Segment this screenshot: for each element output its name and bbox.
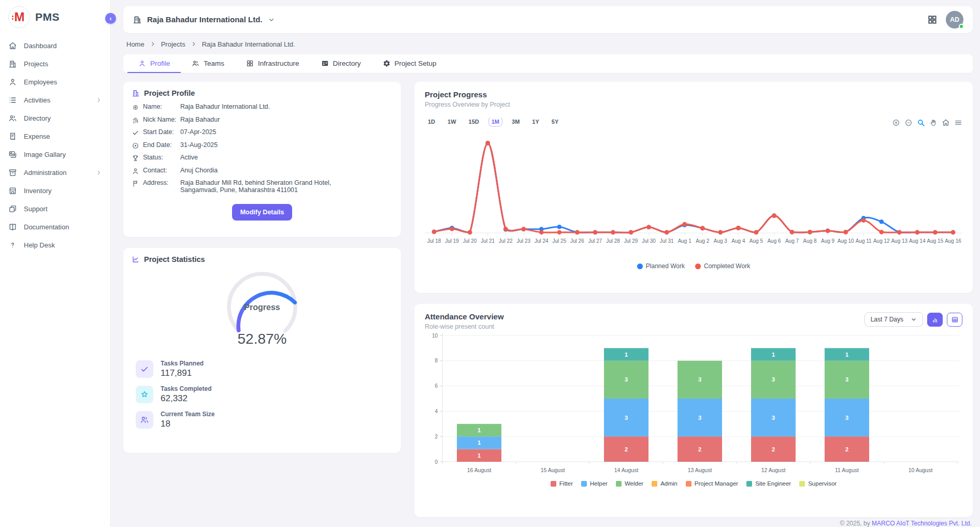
tab-teams[interactable]: Teams bbox=[181, 54, 235, 73]
person-icon bbox=[138, 60, 146, 67]
sidebar-item-directory[interactable]: Directory bbox=[0, 110, 110, 127]
legend-supervisor[interactable]: Supervisor bbox=[799, 480, 837, 487]
legend-helper[interactable]: Helper bbox=[581, 480, 608, 487]
chevron-down-icon bbox=[911, 316, 917, 323]
tab-directory[interactable]: Directory bbox=[310, 54, 372, 73]
flag-icon bbox=[132, 180, 139, 187]
profile-field-value: Raja Bahadur bbox=[180, 116, 220, 124]
stat-row-tasks-planned: Tasks Planned117,891 bbox=[136, 360, 401, 378]
circledot-icon bbox=[132, 142, 139, 150]
menu-icon[interactable] bbox=[954, 119, 962, 127]
svg-text:1: 1 bbox=[478, 427, 481, 433]
svg-text:12 August: 12 August bbox=[761, 467, 786, 473]
tab-label: Directory bbox=[333, 60, 361, 67]
svg-text:Aug 4: Aug 4 bbox=[731, 238, 745, 244]
svg-text:Aug 6: Aug 6 bbox=[767, 238, 781, 244]
chevron-right-icon bbox=[95, 97, 102, 104]
sidebar-item-label: Activities bbox=[24, 96, 50, 104]
legend-admin[interactable]: Admin bbox=[652, 480, 678, 487]
tab-infrastructure[interactable]: Infrastructure bbox=[235, 54, 310, 73]
svg-text:1: 1 bbox=[478, 452, 481, 459]
profile-field-label: Name: bbox=[143, 104, 180, 111]
check-icon bbox=[140, 364, 149, 374]
zoom-in-icon[interactable] bbox=[892, 119, 900, 127]
range-1d-button[interactable]: 1D bbox=[425, 116, 438, 127]
sidebar-item-employees[interactable]: Employees bbox=[0, 74, 110, 91]
sidebar-item-support[interactable]: Support bbox=[0, 200, 110, 217]
range-1w-button[interactable]: 1W bbox=[444, 116, 459, 127]
profile-field-label: Start Date: bbox=[143, 129, 180, 137]
progress-chart-subtitle: Progress Overview by Project bbox=[425, 101, 962, 108]
svg-text:Aug 16: Aug 16 bbox=[945, 238, 961, 244]
footer-company-link[interactable]: MARCO AIoT Technologies Pvt. Ltd. bbox=[872, 520, 972, 527]
company-selector[interactable]: Raja Bahadur International Ltd. bbox=[133, 15, 275, 24]
sidebar-collapse-button[interactable]: ‹ bbox=[105, 13, 116, 24]
tab-label: Profile bbox=[150, 60, 170, 67]
svg-text:Jul 31: Jul 31 bbox=[660, 238, 674, 244]
reset-home-icon[interactable] bbox=[942, 119, 950, 127]
sidebar-item-documentation[interactable]: Documentation bbox=[0, 218, 110, 236]
svg-text:3: 3 bbox=[698, 376, 701, 383]
range-5y-button[interactable]: 5Y bbox=[549, 116, 561, 127]
bar-chart-icon bbox=[931, 316, 939, 324]
profile-card-icon bbox=[132, 89, 140, 97]
svg-text:Aug 11: Aug 11 bbox=[856, 238, 872, 244]
zoom-out-icon[interactable] bbox=[904, 119, 913, 127]
project-profile-card: Project Profile Name:Raja Bahadur Intern… bbox=[123, 82, 401, 237]
trophy-icon bbox=[132, 154, 139, 162]
svg-text:Jul 26: Jul 26 bbox=[570, 238, 584, 244]
sidebar-item-label: Help Desk bbox=[24, 241, 55, 249]
svg-text:Aug 8: Aug 8 bbox=[803, 238, 817, 244]
legend-planned-work[interactable]: Planned Work bbox=[637, 262, 685, 270]
sidebar-item-image-gallary[interactable]: Image Gallary bbox=[0, 146, 110, 163]
svg-text:Aug 7: Aug 7 bbox=[785, 238, 799, 244]
legend-completed-work[interactable]: Completed Work bbox=[695, 262, 750, 270]
svg-text:1: 1 bbox=[478, 440, 481, 446]
table-view-button[interactable] bbox=[947, 313, 962, 327]
time-range-buttons: 1D1W15D1M3M1Y5Y bbox=[425, 116, 561, 127]
breadcrumb-item[interactable]: Home bbox=[126, 40, 145, 48]
sidebar-item-label: Directory bbox=[24, 114, 51, 122]
range-1m-button[interactable]: 1M bbox=[488, 116, 502, 127]
sidebar-item-expense[interactable]: Expense bbox=[0, 128, 110, 145]
tab-project-setup[interactable]: Project Setup bbox=[372, 54, 448, 73]
sidebar-item-activities[interactable]: Activities bbox=[0, 92, 110, 109]
list-icon bbox=[8, 96, 17, 105]
legend-project-manager[interactable]: Project Manager bbox=[686, 480, 738, 487]
sidebar-item-projects[interactable]: Projects bbox=[0, 55, 110, 72]
range-3m-button[interactable]: 3M bbox=[509, 116, 523, 127]
svg-text:Jul 28: Jul 28 bbox=[606, 238, 620, 244]
logo[interactable]: M PMS bbox=[0, 0, 110, 36]
sidebar-item-label: Administration bbox=[24, 169, 66, 177]
svg-text:2: 2 bbox=[435, 434, 438, 440]
sidebar-item-dashboard[interactable]: Dashboard bbox=[0, 37, 110, 54]
selection-zoom-icon[interactable] bbox=[917, 119, 925, 127]
svg-text:Aug 9: Aug 9 bbox=[821, 238, 835, 244]
apps-grid-icon[interactable] bbox=[927, 14, 938, 25]
sidebar-item-label: Support bbox=[24, 205, 48, 213]
date-filter-select[interactable]: Last 7 Days bbox=[864, 312, 923, 327]
progress-chart-legend: Planned WorkCompleted Work bbox=[425, 262, 962, 270]
avatar-initials: AD bbox=[950, 16, 959, 23]
tab-profile[interactable]: Profile bbox=[127, 54, 181, 73]
svg-text:3: 3 bbox=[625, 415, 628, 421]
svg-text:6: 6 bbox=[435, 383, 438, 389]
svg-text:Jul 19: Jul 19 bbox=[445, 238, 459, 244]
sidebar-item-help-desk[interactable]: Help Desk bbox=[0, 237, 110, 254]
pan-icon[interactable] bbox=[929, 119, 938, 127]
sidebar-item-administration[interactable]: Administration bbox=[0, 164, 110, 181]
legend-fitter[interactable]: Fitter bbox=[551, 480, 573, 487]
chart-view-button[interactable] bbox=[927, 313, 943, 327]
sidebar-item-inventory[interactable]: Inventory bbox=[0, 182, 110, 199]
legend-welder[interactable]: Welder bbox=[616, 480, 643, 487]
svg-text:2: 2 bbox=[625, 446, 628, 452]
legend-site-engineer[interactable]: Site Engineer bbox=[746, 480, 791, 487]
avatar[interactable]: AD bbox=[946, 11, 963, 28]
svg-text:Aug 10: Aug 10 bbox=[838, 238, 854, 244]
modify-details-button[interactable]: Modify Details bbox=[232, 204, 293, 221]
range-1y-button[interactable]: 1Y bbox=[529, 116, 542, 127]
svg-text:Jul 25: Jul 25 bbox=[553, 238, 567, 244]
profile-field-row: End Date:31-Aug-2025 bbox=[132, 142, 393, 150]
breadcrumb-item[interactable]: Projects bbox=[161, 40, 185, 48]
range-15d-button[interactable]: 15D bbox=[466, 116, 482, 127]
